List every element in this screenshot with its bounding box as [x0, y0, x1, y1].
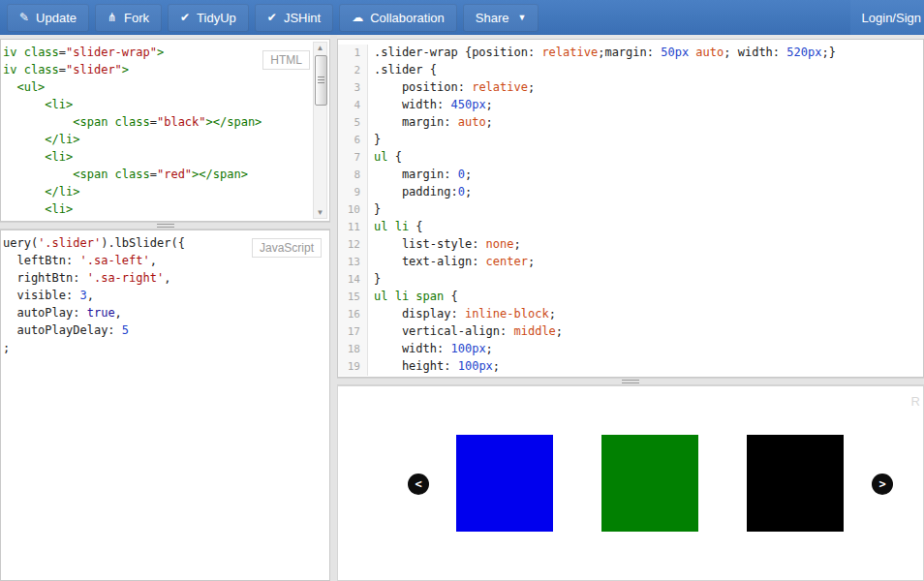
code-line[interactable]: 14} — [338, 270, 923, 288]
code-line[interactable]: visible: 3, — [3, 287, 329, 304]
tidyup-button-label: TidyUp — [197, 11, 236, 25]
code-line[interactable]: <ul> — [3, 78, 329, 96]
code-line[interactable]: 3 position: relative; — [338, 78, 923, 96]
code-line[interactable]: 17 vertical-align: middle; — [338, 322, 923, 340]
slider-left-button[interactable]: < — [408, 474, 429, 495]
jshint-button-label: JSHint — [284, 11, 321, 25]
code-token: padding: — [374, 185, 458, 199]
code-line[interactable]: 10} — [338, 200, 923, 218]
code-line[interactable]: rightBtn: '.sa-right', — [3, 269, 329, 287]
code-token: , — [87, 289, 94, 302]
line-number: 6 — [338, 132, 368, 149]
code-line[interactable]: 18 width: 100px; — [338, 340, 923, 357]
tidyup-button[interactable]: ✔TidyUp — [168, 4, 249, 32]
code-line[interactable]: <span class="black"></span> — [3, 113, 329, 131]
code-token: 5 — [122, 323, 129, 337]
code-line[interactable]: 13 text-align: center; — [338, 253, 923, 270]
code-line[interactable]: 8 margin: 0; — [338, 166, 923, 183]
code-token: 100px — [458, 359, 493, 373]
fork-button[interactable]: ⋔Fork — [95, 4, 162, 32]
css-result-splitter[interactable] — [337, 378, 924, 385]
code-token: "slider" — [66, 63, 122, 76]
code-token: vertical-align: — [374, 324, 514, 338]
code-token: = — [150, 168, 157, 181]
code-token: 0 — [458, 185, 465, 199]
html-editor-scrollbar[interactable]: ▲ ▼ — [313, 42, 327, 219]
line-number: 2 — [338, 62, 368, 79]
html-js-splitter[interactable] — [0, 222, 330, 229]
code-token: class — [24, 46, 59, 59]
code-line[interactable]: </li> — [3, 183, 329, 200]
code-token: ; — [528, 80, 535, 94]
code-line[interactable]: <li> — [3, 200, 329, 218]
line-number: 8 — [338, 167, 368, 184]
code-line[interactable]: 4 width: 450px; — [338, 96, 923, 113]
code-token: rightBtn: — [3, 271, 87, 285]
code-line[interactable]: <li> — [3, 96, 329, 113]
line-number: 18 — [338, 341, 368, 358]
code-line[interactable]: 15ul li span { — [338, 288, 923, 305]
code-token: ; — [465, 185, 472, 199]
code-line[interactable]: 19 height: 100px; — [338, 357, 923, 375]
code-token: ; — [549, 307, 556, 321]
jshint-button[interactable]: ✔JSHint — [255, 4, 333, 32]
code-token: <li> — [3, 202, 73, 216]
code-line[interactable]: 7ul { — [338, 148, 923, 166]
code-line[interactable]: </li> — [3, 131, 329, 148]
code-line[interactable]: 16 display: inline-block; — [338, 305, 923, 322]
code-token: 100px — [450, 342, 485, 355]
code-token: relative — [541, 46, 598, 59]
login-link[interactable]: Login/Sign — [862, 11, 921, 25]
code-token: <span — [3, 168, 115, 181]
scrollbar-thumb[interactable] — [315, 55, 327, 106]
code-line[interactable]: <li> — [3, 148, 329, 166]
javascript-code-editor[interactable]: uery('.slider').lbSlider({ leftBtn: '.sa… — [1, 230, 329, 580]
code-token: ></span> — [206, 115, 262, 129]
code-token: ;} — [821, 46, 835, 59]
code-token: <span — [3, 115, 115, 129]
login-area[interactable]: Login/Sign — [850, 0, 924, 35]
code-token: </li> — [3, 185, 79, 199]
code-line[interactable]: 1.slider-wrap {position: relative;margin… — [338, 44, 923, 61]
update-button[interactable]: ✎Update — [7, 4, 89, 32]
code-line[interactable]: 5 margin: auto; — [338, 113, 923, 131]
code-line[interactable]: autoPlay: true, — [3, 304, 329, 321]
check-icon: ✔ — [267, 12, 277, 23]
code-line[interactable]: <span class="red"></span> — [3, 166, 329, 183]
scroll-up-icon[interactable]: ▲ — [314, 44, 326, 52]
code-token: margin: — [374, 168, 458, 181]
code-token: , — [164, 271, 170, 285]
line-number: 10 — [338, 201, 368, 219]
code-token: , — [150, 254, 157, 267]
black-square — [747, 435, 844, 532]
scroll-down-icon[interactable]: ▼ — [314, 208, 326, 217]
fork-icon: ⋔ — [108, 12, 117, 23]
code-line[interactable]: 6} — [338, 131, 923, 148]
code-token: { — [444, 290, 457, 303]
code-token: ; width: — [724, 46, 786, 59]
css-code-editor[interactable]: 1.slider-wrap {position: relative;margin… — [338, 40, 923, 377]
collaboration-button-label: Collaboration — [370, 11, 445, 25]
column-divider[interactable] — [330, 35, 337, 581]
green-square — [601, 435, 698, 532]
code-line[interactable]: 11ul li { — [338, 218, 923, 235]
slider-items — [456, 435, 844, 532]
code-token: uery( — [3, 236, 38, 250]
collaboration-button[interactable]: ☁Collaboration — [339, 4, 457, 32]
code-token: .slider { — [374, 63, 437, 76]
code-line[interactable]: 12 list-style: none; — [338, 235, 923, 253]
code-line[interactable]: 2.slider { — [338, 61, 923, 78]
slider-right-button[interactable]: > — [872, 474, 893, 495]
blue-square — [456, 435, 553, 532]
splitter-grip-icon — [157, 224, 174, 228]
code-line[interactable]: 9 padding:0; — [338, 183, 923, 200]
code-line[interactable]: ; — [3, 339, 329, 356]
code-token: class — [115, 168, 150, 181]
share-button[interactable]: Share▼ — [463, 4, 539, 32]
code-token: <li> — [3, 150, 73, 164]
line-number: 1 — [338, 45, 368, 62]
line-number: 17 — [338, 323, 368, 341]
code-token: position: — [374, 80, 472, 94]
line-number: 5 — [338, 114, 368, 132]
code-line[interactable]: autoPlayDelay: 5 — [3, 321, 329, 339]
